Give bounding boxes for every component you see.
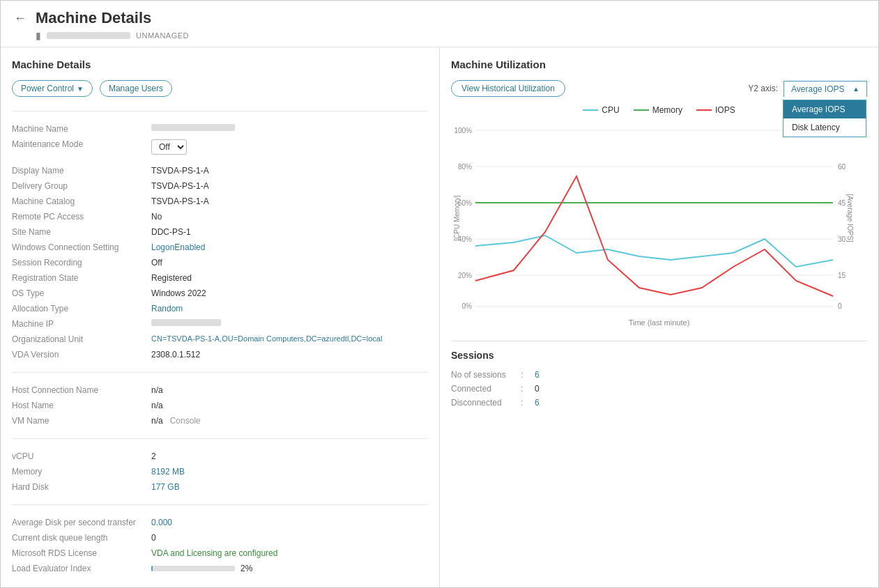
svg-text:0: 0	[838, 302, 842, 310]
divider-4	[12, 504, 428, 505]
console-link[interactable]: Console	[170, 416, 201, 426]
site-name-row: Site Name DDC-PS-1	[12, 224, 428, 240]
load-bar-fill	[151, 566, 153, 571]
right-panel: Machine Utilization View Historical Util…	[440, 47, 878, 587]
avg-disk-row: Average Disk per second transfer 0.000	[12, 515, 428, 530]
chart-wrapper: 100% 80% 60% 40% 20% 0% 75 60 45 30 15 0…	[451, 121, 867, 327]
iops-legend-label: IOPS	[715, 105, 735, 115]
disk-queue-value: 0	[151, 533, 156, 543]
org-unit-row: Organizational Unit CN=TSVDA-PS-1-A,OU=D…	[12, 332, 428, 347]
machine-name-label: Machine Name	[12, 124, 151, 134]
divider-1	[12, 111, 428, 111]
load-percent: 2%	[240, 564, 252, 573]
vcpu-value: 2	[151, 451, 156, 461]
windows-connection-row: Windows Connection Setting LogonEnabled	[12, 240, 428, 255]
unmanaged-badge: UNMANAGED	[136, 31, 189, 40]
avg-disk-value: 0.000	[151, 518, 172, 527]
utilization-chart: 100% 80% 60% 40% 20% 0% 75 60 45 30 15 0…	[451, 121, 855, 316]
vda-version-row: VDA Version 2308.0.1.512	[12, 347, 428, 362]
org-unit-label: Organizational Unit	[12, 334, 151, 344]
dropdown-item-avg-iops[interactable]: Average IOPS	[784, 100, 866, 118]
hard-disk-value: 177 GB	[151, 482, 180, 492]
sessions-connected-row: Connected : 0	[451, 382, 867, 396]
vm-name-label: VM Name	[12, 416, 151, 426]
os-type-label: OS Type	[12, 288, 151, 298]
sessions-disconnected-label: Disconnected	[451, 398, 521, 408]
hardware-details-table: vCPU 2 Memory 8192 MB Hard Disk 177 GB	[12, 449, 428, 495]
details-table: Machine Name Maintenance Mode Off On Dis…	[12, 121, 428, 362]
memory-legend-label: Memory	[652, 105, 682, 115]
display-name-label: Display Name	[12, 166, 151, 176]
divider-3	[12, 438, 428, 439]
load-eval-row: Load Evaluator Index 2%	[12, 561, 428, 576]
host-connection-row: Host Connection Name n/a	[12, 382, 428, 398]
legend-iops: IOPS	[696, 105, 735, 115]
os-type-row: OS Type Windows 2022	[12, 286, 428, 301]
delivery-group-value: TSVDA-PS-1-A	[151, 181, 209, 191]
vda-version-label: VDA Version	[12, 350, 151, 359]
machine-ip-value-blurred	[151, 319, 221, 326]
session-recording-label: Session Recording	[12, 258, 151, 268]
disk-queue-row: Current disk queue length 0	[12, 530, 428, 546]
remote-pc-value: No	[151, 212, 162, 222]
session-recording-row: Session Recording Off	[12, 255, 428, 270]
delivery-group-label: Delivery Group	[12, 181, 151, 191]
y2-axis-label: Y2 axis:	[748, 84, 778, 93]
allocation-type-row: Allocation Type Random	[12, 301, 428, 316]
cpu-legend-line	[583, 109, 598, 111]
chart-controls: View Historical Utilization Y2 axis: Ave…	[451, 80, 867, 97]
registration-state-row: Registration State Registered	[12, 270, 428, 286]
rds-license-row: Microsoft RDS License VDA and Licensing …	[12, 546, 428, 561]
subtitle: ▮ UNMANAGED	[36, 30, 867, 41]
display-name-row: Display Name TSVDA-PS-1-A	[12, 163, 428, 178]
action-buttons: Power Control ▼ Manage Users	[12, 80, 428, 97]
dropdown-item-disk-latency[interactable]: Disk Latency	[784, 118, 866, 137]
svg-text:[Average IOPS]: [Average IOPS]	[846, 194, 854, 242]
hard-disk-row: Hard Disk 177 GB	[12, 479, 428, 495]
load-bar-container: 2%	[151, 564, 252, 573]
maintenance-mode-select[interactable]: Off On	[151, 139, 187, 155]
host-name-label: Host Name	[12, 401, 151, 410]
host-connection-label: Host Connection Name	[12, 385, 151, 395]
sessions-disconnected-row: Disconnected : 6	[451, 396, 867, 410]
org-unit-value: CN=TSVDA-PS-1-A,OU=Domain Computers,DC=a…	[151, 334, 382, 343]
svg-text:20%: 20%	[458, 272, 472, 279]
host-name-value: n/a	[151, 401, 163, 410]
machine-ip-row: Machine IP	[12, 316, 428, 332]
vm-name-value: n/a	[151, 416, 163, 426]
vm-name-row: VM Name n/a Console	[12, 413, 428, 428]
display-name-value: TSVDA-PS-1-A	[151, 166, 209, 176]
avg-disk-label: Average Disk per second transfer	[12, 518, 151, 527]
disk-details-table: Average Disk per second transfer 0.000 C…	[12, 515, 428, 576]
sessions-title: Sessions	[451, 341, 867, 361]
cpu-legend-label: CPU	[602, 105, 619, 115]
y2-selected-value: Average IOPS	[791, 84, 845, 94]
host-connection-value: n/a	[151, 385, 163, 395]
left-panel-title: Machine Details	[12, 59, 428, 70]
svg-text:80%: 80%	[458, 163, 472, 171]
machine-ip-label: Machine IP	[12, 319, 151, 329]
os-type-value: Windows 2022	[151, 288, 206, 298]
memory-label: Memory	[12, 467, 151, 477]
remote-pc-row: Remote PC Access No	[12, 209, 428, 224]
legend-cpu: CPU	[583, 105, 619, 115]
view-historical-button[interactable]: View Historical Utilization	[451, 80, 565, 97]
left-panel: Machine Details Power Control ▼ Manage U…	[1, 47, 440, 587]
manage-users-button[interactable]: Manage Users	[100, 80, 172, 97]
back-button[interactable]: ←	[12, 10, 29, 26]
svg-text:[CPU Memory]: [CPU Memory]	[453, 195, 461, 241]
registration-state-value: Registered	[151, 273, 192, 283]
load-bar	[151, 566, 235, 571]
iops-legend-line	[696, 109, 712, 111]
disk-queue-label: Current disk queue length	[12, 533, 151, 543]
memory-row: Memory 8192 MB	[12, 464, 428, 479]
page-title: Machine Details	[36, 9, 151, 27]
y2-dropdown[interactable]: Average IOPS ▲ Average IOPS Disk Latency	[784, 81, 867, 97]
machine-name-row: Machine Name	[12, 121, 428, 137]
sessions-no-value[interactable]: 6	[535, 370, 540, 380]
legend-memory: Memory	[634, 105, 682, 115]
header: ← Machine Details ▮ UNMANAGED	[1, 1, 878, 47]
power-control-button[interactable]: Power Control ▼	[12, 80, 93, 97]
chevron-up-icon: ▲	[853, 85, 859, 93]
sessions-disconnected-value[interactable]: 6	[535, 398, 540, 408]
